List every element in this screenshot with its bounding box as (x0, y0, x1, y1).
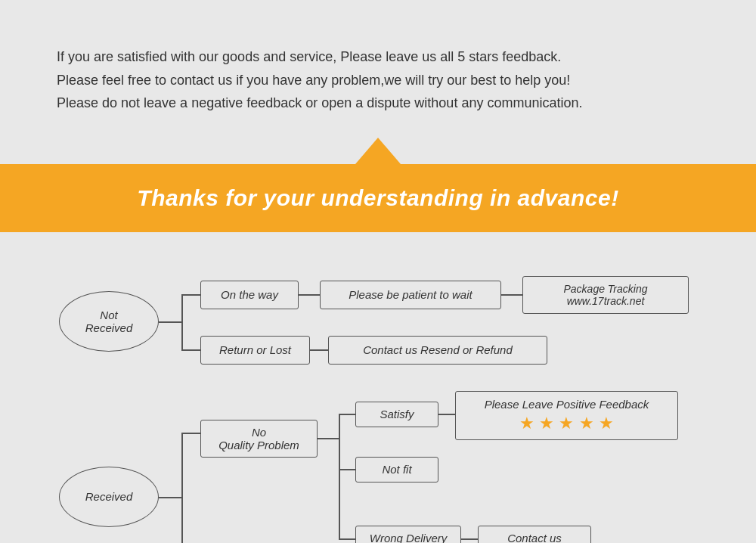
wrong-delivery-label: Wrong Delivery (370, 532, 448, 543)
h-line-bottom (181, 349, 200, 351)
h-line-wrongdelivery (339, 538, 355, 540)
please-patient-box: Please be patient to wait (320, 281, 501, 309)
no-quality-label: NoQuality Problem (218, 426, 299, 451)
v-line-recv (181, 433, 183, 543)
return-lost-label: Return or Lost (219, 343, 291, 356)
orange-banner: Thanks for your understanding in advance… (0, 164, 756, 232)
no-quality-box: NoQuality Problem (200, 420, 318, 458)
triangle-decoration (355, 138, 401, 164)
h-line-action2 (310, 349, 328, 351)
h-line-action1 (299, 294, 320, 296)
package-tracking-label: Package Trackingwww.17track.net (563, 283, 647, 307)
h-line-main (159, 321, 181, 323)
h-line-notfit (339, 469, 355, 470)
diagram-section: NotReceived On the way Please be patient… (0, 232, 756, 543)
received-label: Received (85, 490, 133, 503)
feedback-title: Please Leave Positive Feedback (465, 398, 668, 411)
satisfy-box: Satisfy (355, 402, 438, 427)
package-tracking-box: Package Trackingwww.17track.net (522, 276, 689, 314)
satisfy-label: Satisfy (380, 408, 414, 420)
positive-feedback-box: Please Leave Positive Feedback ★ ★ ★ ★ ★ (455, 391, 678, 440)
please-patient-label: Please be patient to wait (349, 288, 472, 301)
contact-resend-box: Contact us Resend or Refund (328, 336, 547, 365)
wrong-delivery-box: Wrong Delivery (355, 526, 461, 543)
contact-us-label: Contact us (507, 532, 562, 543)
v-line-sub (339, 414, 340, 538)
on-the-way-box: On the way (200, 281, 299, 309)
on-the-way-label: On the way (221, 288, 278, 301)
banner-text: Thanks for your understanding in advance… (0, 185, 756, 211)
not-received-label: NotReceived (85, 309, 133, 334)
contact-resend-label: Contact us Resend or Refund (363, 343, 513, 356)
h-line-top (181, 294, 200, 296)
return-lost-box: Return or Lost (200, 336, 310, 365)
flowchart2: Received NoQuality Problem Satisfy Pleas… (0, 391, 756, 543)
contact-us-box: Contact us (478, 526, 591, 543)
h-line-recv-main (159, 497, 181, 498)
line3: Please do not leave a negative feedback … (57, 92, 699, 115)
v-line-branch (181, 294, 183, 349)
h-line-result1 (501, 294, 522, 296)
stars: ★ ★ ★ ★ ★ (465, 414, 668, 433)
h-line-nqp (181, 433, 200, 434)
not-received-oval: NotReceived (59, 291, 159, 352)
top-section: If you are satisfied with our goods and … (0, 0, 756, 138)
h-line-nqp-sub (318, 438, 339, 439)
banner-wrapper: Thanks for your understanding in advance… (0, 138, 756, 232)
flowchart1: NotReceived On the way Please be patient… (0, 262, 756, 383)
h-line-feedback (438, 414, 455, 415)
received-oval: Received (59, 467, 159, 527)
line1: If you are satisfied with our goods and … (57, 45, 699, 69)
not-fit-box: Not fit (355, 457, 438, 482)
line2: Please feel free to contact us if you ha… (57, 69, 699, 92)
h-line-satisfy (339, 414, 355, 415)
h-line-contact (461, 538, 478, 540)
not-fit-label: Not fit (382, 463, 411, 476)
